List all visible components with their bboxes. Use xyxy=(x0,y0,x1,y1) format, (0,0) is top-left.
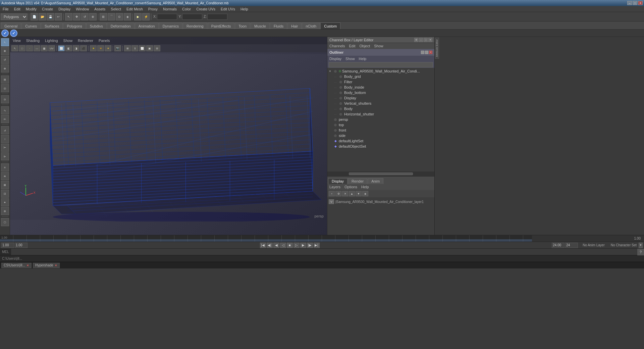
render-btn[interactable]: ▶ xyxy=(134,13,142,20)
visibility-icon[interactable]: ◎ xyxy=(333,117,338,122)
tab-deformation[interactable]: Deformation xyxy=(107,22,135,29)
tab-custom[interactable]: Custom xyxy=(320,22,340,29)
tab-hair[interactable]: Hair xyxy=(287,22,302,29)
cb-menu-edit[interactable]: Edit xyxy=(349,44,355,48)
cb-menu-object[interactable]: Object xyxy=(359,44,370,48)
vp-edge[interactable]: — xyxy=(34,45,40,51)
task-close-1[interactable]: ✕ xyxy=(26,264,29,267)
camera-tool[interactable]: ⊿ xyxy=(1,126,9,134)
vp-camera-view[interactable]: 📷 xyxy=(114,45,121,51)
snap-view-btn[interactable]: ◈ xyxy=(124,13,131,20)
visibility-icon[interactable]: ◎ xyxy=(338,74,343,79)
go-start-btn[interactable]: |◀ xyxy=(260,243,266,248)
z-field[interactable] xyxy=(207,14,227,20)
layer-visibility-btn[interactable]: V xyxy=(329,199,334,204)
vp-shade-wire[interactable]: ◨ xyxy=(73,45,79,51)
render-region[interactable]: ≡ xyxy=(1,163,9,171)
visibility-icon[interactable]: ◎ xyxy=(333,69,338,73)
maximize-btn[interactable]: □ xyxy=(633,1,637,5)
vp-hud[interactable]: ℹ xyxy=(131,45,138,51)
menu-create-uvs[interactable]: Create UVs xyxy=(195,7,217,11)
tool-4[interactable]: ⊡ xyxy=(1,190,9,198)
outliner-close-btn[interactable]: ✕ xyxy=(429,51,432,54)
select-tool-btn[interactable]: ↖ xyxy=(65,13,72,20)
vp-uvs[interactable]: UV xyxy=(48,45,55,51)
outliner-menu-show[interactable]: Show xyxy=(345,57,355,61)
cb-config-btn[interactable]: ⚙ xyxy=(414,38,418,42)
outliner-item-body-grid[interactable]: — ◎ Body_grid xyxy=(327,74,434,79)
snap-point-btn[interactable]: ⊙ xyxy=(116,13,123,20)
menu-help[interactable]: Help xyxy=(239,7,250,11)
layer-menu-options[interactable]: Options xyxy=(344,185,357,189)
command-input[interactable] xyxy=(11,249,637,255)
menu-modify[interactable]: Modify xyxy=(24,7,38,11)
show-manips[interactable]: ⊙ xyxy=(1,95,9,103)
vp-menu-panels[interactable]: Panels xyxy=(99,39,110,43)
cb-max-btn[interactable]: □ xyxy=(424,38,428,42)
outliner-scroll-thumb[interactable] xyxy=(349,172,413,175)
rotate-tool[interactable]: ↺ xyxy=(1,56,9,64)
layer-new-btn[interactable]: + xyxy=(329,191,335,196)
toggle-btn-2[interactable]: ✓ xyxy=(10,30,17,37)
new-scene-btn[interactable]: 📄 xyxy=(31,13,38,20)
taskbar-hypershade-item[interactable]: Hypershade ✕ xyxy=(33,263,60,268)
y-field[interactable] xyxy=(182,14,202,20)
minimize-btn[interactable]: – xyxy=(627,1,632,5)
visibility-icon[interactable]: ◎ xyxy=(338,96,343,100)
visibility-icon[interactable]: ◆ xyxy=(333,144,338,149)
tab-display[interactable]: Display xyxy=(328,178,347,184)
step-back-btn[interactable]: ◀ xyxy=(273,243,279,248)
outliner-item-vertical-shutters[interactable]: — ◎ Vertical_shutters xyxy=(327,101,434,106)
outliner-scroll-bar[interactable] xyxy=(327,171,434,176)
tumble-tool[interactable]: ↕ xyxy=(1,135,9,143)
menu-proxy[interactable]: Proxy xyxy=(147,7,159,11)
undo-btn[interactable]: ↩ xyxy=(55,13,62,20)
menu-create[interactable]: Create xyxy=(41,7,54,11)
outliner-item-display[interactable]: — ◎ Display xyxy=(327,95,434,101)
move-tool-btn[interactable]: ✥ xyxy=(73,13,80,20)
outliner-item-top[interactable]: ◎ top xyxy=(327,122,434,128)
quick-layout[interactable]: ⬡ xyxy=(1,218,9,226)
layer-menu-layers[interactable]: Layers xyxy=(329,185,340,189)
outliner-item-persp[interactable]: ◎ persp xyxy=(327,117,434,122)
vp-select-mask[interactable]: ↖ xyxy=(11,45,18,51)
vp-smooth-shade-all[interactable]: ◧ xyxy=(65,45,72,51)
vp-film-gate[interactable]: ⬜ xyxy=(139,45,146,51)
menu-display[interactable]: Display xyxy=(57,7,72,11)
track-tool[interactable]: ⊢ xyxy=(1,144,9,152)
visibility-icon[interactable]: ◎ xyxy=(338,101,343,106)
vp-vertex[interactable]: · xyxy=(26,45,33,51)
outliner-min-btn[interactable]: – xyxy=(421,51,424,54)
vp-menu-show[interactable]: Show xyxy=(63,39,73,43)
move-tool[interactable]: ✥ xyxy=(1,47,9,55)
outliner-item-body[interactable]: — ◎ Body xyxy=(327,106,434,111)
vp-obj-mode[interactable]: □ xyxy=(19,45,25,51)
cb-min-btn[interactable]: – xyxy=(419,38,423,42)
x-field[interactable] xyxy=(157,14,177,20)
layer-down-btn[interactable]: ▼ xyxy=(356,191,362,196)
playback-range-end[interactable] xyxy=(552,243,565,248)
outliner-item-body-inside[interactable]: — ◎ Body_inside xyxy=(327,85,434,90)
tab-ncloth[interactable]: nCloth xyxy=(302,22,320,29)
outliner-item-default-light-set[interactable]: ◆ defaultLightSet xyxy=(327,138,434,144)
tab-render[interactable]: Render xyxy=(348,178,367,184)
toggle-btn-1[interactable]: ✓ xyxy=(1,30,9,37)
vp-grid[interactable]: ⊞ xyxy=(124,45,131,51)
soft-mod[interactable]: ◎ xyxy=(1,84,9,92)
lasso-select[interactable]: ∿ xyxy=(1,106,9,114)
playback-current-field[interactable] xyxy=(15,243,28,248)
vp-light-none[interactable]: ☀ xyxy=(90,45,97,51)
menu-edit-mesh[interactable]: Edit Mesh xyxy=(125,7,144,11)
outliner-item-filter[interactable]: — ◎ Filter xyxy=(327,79,434,85)
menu-window[interactable]: Window xyxy=(74,7,90,11)
tab-general[interactable]: General xyxy=(1,22,21,29)
layer-select-btn[interactable]: ◈ xyxy=(362,191,368,196)
scale-tool[interactable]: ⊕ xyxy=(1,64,9,72)
outliner-item-default-object-set[interactable]: ◆ defaultObjectSet xyxy=(327,144,434,149)
tab-subdivs[interactable]: Subdivs xyxy=(86,22,107,29)
visibility-icon[interactable]: ◎ xyxy=(338,112,343,116)
vp-resolution-gate[interactable]: ▣ xyxy=(146,45,153,51)
prev-key-btn[interactable]: ◀| xyxy=(267,243,273,248)
vp-menu-view[interactable]: View xyxy=(13,39,21,43)
outliner-menu-help[interactable]: Help xyxy=(359,57,367,61)
